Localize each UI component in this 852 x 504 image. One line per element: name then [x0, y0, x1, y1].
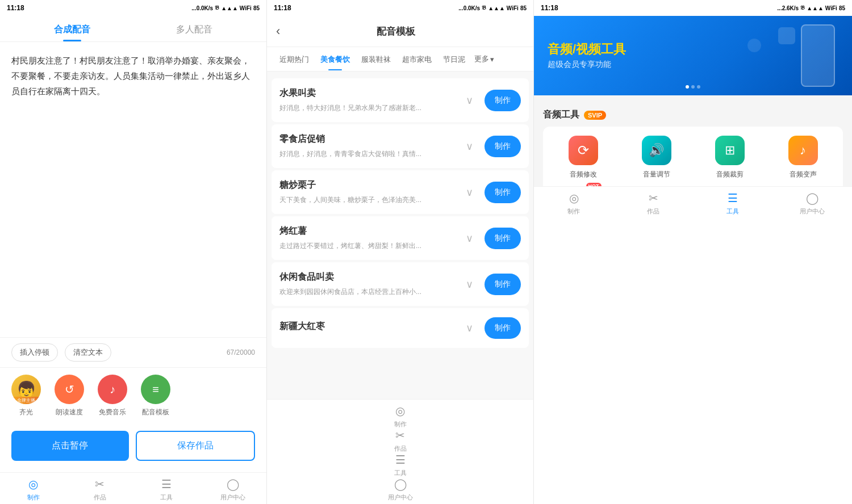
tool-volume-adjust[interactable]: 🔊 音量调节	[623, 136, 690, 179]
read-speed-item[interactable]: ↺ 朗读速度	[55, 375, 84, 417]
nav-user-3[interactable]: ◯ 用户中心	[772, 191, 852, 502]
expand-icon-2[interactable]: ∨	[461, 184, 478, 201]
expand-icon-0[interactable]: ∨	[461, 92, 478, 109]
nav-works-3[interactable]: ✂ 作品	[613, 191, 693, 502]
pause-button[interactable]: 点击暂停	[11, 431, 129, 461]
clear-text-button[interactable]: 清空文本	[65, 343, 111, 362]
expand-icon-5[interactable]: ∨	[461, 320, 478, 337]
cat-more[interactable]: 更多 ▾	[471, 47, 498, 71]
user-icon-3: ◯	[806, 191, 818, 205]
make-button-3[interactable]: 制作	[485, 228, 521, 249]
list-item: 休闲食品叫卖 欢迎来到园园休闲食品店，本店经营上百种小... ∨ 制作	[272, 262, 529, 306]
template-info-4: 休闲食品叫卖 欢迎来到园园休闲食品店，本店经营上百种小...	[279, 271, 454, 297]
works-icon-2: ✂	[395, 429, 405, 442]
tool-audio-modify[interactable]: ⟳ 音频修改	[550, 136, 616, 179]
banner-text: 音频/视频工具 超级会员专享功能	[548, 41, 626, 70]
nav-bar-3: ◎ 制作 ✂ 作品 ☰ 工具 ◯ 用户中心	[534, 186, 852, 504]
nav-works-label-1: 作品	[94, 493, 106, 502]
dot-2	[691, 85, 695, 89]
gold-badge: 金牌主播	[11, 397, 41, 404]
free-music-label: 免费音乐	[99, 408, 126, 417]
panel-synthesis: 11:18 ...0.0K/s 𝔅 ▲▲▲ WiFi 85 合成配音 多人配音 …	[0, 0, 267, 504]
make-button-2[interactable]: 制作	[485, 182, 521, 203]
insert-pause-button[interactable]: 插入停顿	[11, 343, 58, 362]
nav-make-label-1: 制作	[27, 493, 40, 502]
template-desc-0: 好消息，特大好消息！兄弟水果为了感谢新老...	[279, 103, 454, 113]
cat-supermarket[interactable]: 超市家电	[396, 48, 437, 70]
template-info-3: 烤红薯 走过路过不要错过，烤红薯、烤甜梨！新鲜出...	[279, 225, 454, 251]
action-bar: 点击暂停 保存作品	[0, 424, 266, 472]
signal-icons-3: ...2.6K/s 𝔅 ▲▲▲ WiFi 85	[777, 5, 845, 11]
nav-user-1[interactable]: ◯ 用户中心	[200, 477, 266, 502]
tool-voice-change[interactable]: ♪ 音频变声	[770, 136, 836, 179]
signal-icons-1: ...0.0K/s 𝔅 ▲▲▲ WiFi 85	[191, 5, 260, 11]
nav-tools-2[interactable]: ☰ 工具	[267, 453, 533, 477]
nav-user-2[interactable]: ◯ 用户中心	[267, 477, 533, 502]
script-textarea[interactable]: 村民朋友注意了！村民朋友注意了！取消举办婚宴、亲友聚会，不要聚餐，不要走亲访友。…	[0, 42, 266, 337]
nav-make-2[interactable]: ◎ 制作	[267, 404, 533, 429]
make-button-1[interactable]: 制作	[485, 136, 521, 157]
expand-icon-4[interactable]: ∨	[461, 276, 478, 293]
expand-icon-3[interactable]: ∨	[461, 230, 478, 247]
user-icon-2: ◯	[394, 477, 407, 491]
user-icon-1: ◯	[227, 477, 239, 491]
wifi-icon-3: WiFi	[825, 5, 837, 11]
make-icon-2: ◎	[395, 404, 405, 418]
make-button-5[interactable]: 制作	[485, 317, 521, 339]
nav-tools-1[interactable]: ☰ 工具	[133, 477, 200, 502]
nav-works-2[interactable]: ✂ 作品	[267, 429, 533, 453]
back-button[interactable]: ‹	[276, 24, 280, 39]
voice-change-icon: ♪	[788, 136, 818, 165]
tab-multi[interactable]: 多人配音	[133, 16, 256, 41]
category-bar: 近期热门 美食餐饮 服装鞋袜 超市家电 节日泥 更多 ▾	[267, 47, 533, 72]
nav-make-1[interactable]: ◎ 制作	[0, 477, 66, 502]
cat-food[interactable]: 美食餐饮	[315, 48, 356, 70]
make-button-0[interactable]: 制作	[485, 90, 521, 111]
voice-avatar-item[interactable]: 👦 金牌主播 齐光	[11, 375, 41, 417]
chevron-down-icon: ▾	[490, 55, 494, 64]
signal-icons-2: ...0.0K/s 𝔅 ▲▲▲ WiFi 85	[458, 5, 527, 11]
signal-icon: ▲▲▲	[221, 5, 238, 11]
template-item[interactable]: ≡ 配音模板	[141, 375, 170, 417]
template-name-3: 烤红薯	[279, 225, 454, 237]
expand-icon-1[interactable]: ∨	[461, 138, 478, 155]
status-bar-3: 11:18 ...2.6K/s 𝔅 ▲▲▲ WiFi 85	[534, 0, 852, 16]
cat-festival[interactable]: 节日泥	[437, 48, 471, 70]
word-count: 67/20000	[227, 348, 255, 356]
signal-icon-3: ▲▲▲	[807, 5, 824, 11]
network-speed-3: ...2.6K/s	[777, 5, 799, 11]
nav-bar-1: ◎ 制作 ✂ 作品 ☰ 工具 ◯ 用户中心	[0, 472, 266, 504]
save-button[interactable]: 保存作品	[136, 431, 256, 461]
nav-make-3[interactable]: ◎ 制作	[534, 191, 613, 502]
deco-icon-1	[778, 27, 795, 44]
nav-tools-3[interactable]: ☰ 工具	[693, 191, 772, 502]
make-icon-3: ◎	[569, 191, 579, 205]
cat-recent[interactable]: 近期热门	[274, 48, 315, 70]
tab-bar-1: 合成配音 多人配音	[0, 16, 266, 42]
free-music-item[interactable]: ♪ 免费音乐	[98, 375, 127, 417]
tool-audio-trim[interactable]: ⊞ 音频裁剪	[696, 136, 763, 179]
panel-tools: 11:18 ...2.6K/s 𝔅 ▲▲▲ WiFi 85 音频/视频工具 超级…	[534, 0, 852, 504]
make-button-4[interactable]: 制作	[485, 274, 521, 295]
template-name-1: 零食店促销	[279, 133, 454, 145]
wifi-icon-2: WiFi	[507, 5, 519, 11]
template-info-5: 新疆大红枣	[279, 321, 454, 336]
time-1: 11:18	[7, 4, 24, 12]
status-bar-2: 11:18 ...0.0K/s 𝔅 ▲▲▲ WiFi 85	[267, 0, 533, 16]
deco-icon-2	[747, 39, 761, 52]
nav-make-label-2: 制作	[394, 420, 407, 429]
list-item: 新疆大红枣 ∨ 制作	[272, 308, 529, 348]
tools-icon-3: ☰	[728, 191, 738, 205]
template-header: ‹ 配音模板	[267, 16, 533, 47]
tab-synthesis[interactable]: 合成配音	[11, 16, 133, 41]
tools-icon-1: ☰	[161, 477, 172, 491]
nav-works-1[interactable]: ✂ 作品	[66, 477, 133, 502]
cat-clothing[interactable]: 服装鞋袜	[356, 48, 396, 70]
network-speed-2: ...0.0K/s	[458, 5, 480, 11]
hot-badge-recorder: HOT	[586, 183, 602, 186]
audio-tools-grid: ⟳ 音频修改 🔊 音量调节 ⊞ 音频裁剪 ♪ 音频变声	[543, 127, 843, 186]
tools-banner[interactable]: 音频/视频工具 超级会员专享功能	[534, 16, 852, 95]
read-speed-label: 朗读速度	[56, 408, 83, 417]
template-name-2: 糖炒栗子	[279, 179, 454, 191]
audio-section-title: 音频工具 SVIP	[543, 109, 843, 121]
